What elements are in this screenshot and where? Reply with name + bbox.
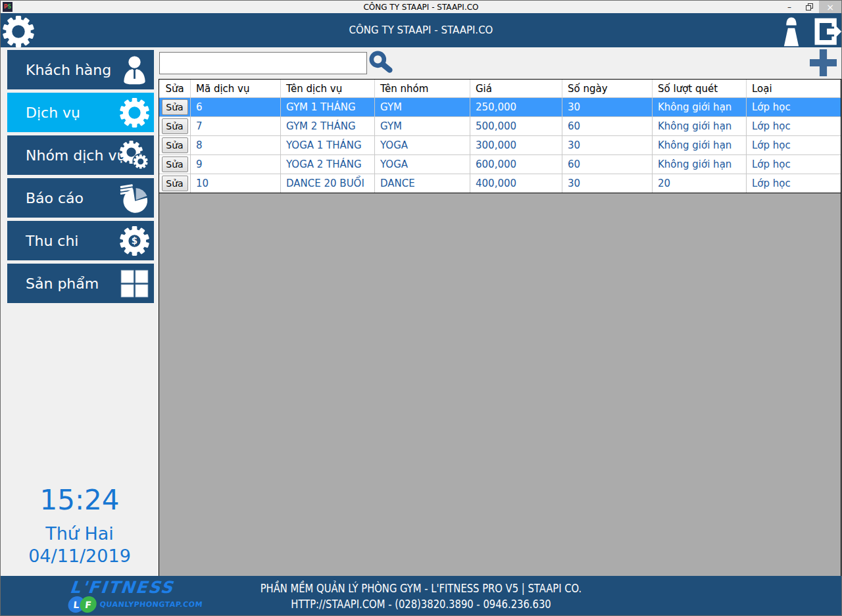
sidebar-item-nhom-dich-vu[interactable]: Nhóm dịch vụ <box>7 135 154 175</box>
restore-button[interactable] <box>799 1 819 13</box>
cell-nhom: GYM <box>375 117 470 135</box>
cell-loai: Lớp học <box>747 98 841 116</box>
sidebar-item-san-pham[interactable]: Sản phẩm <box>7 264 154 303</box>
table-row[interactable]: Sửa6GYM 1 THÁNGGYM250,00030Không giới hạ… <box>159 97 841 116</box>
edit-button[interactable]: Sửa <box>162 156 188 172</box>
cell-ma: 8 <box>191 136 281 154</box>
sidebar-item-label: Khách hàng <box>26 62 111 78</box>
sidebar-item-bao-cao[interactable]: Báo cáo <box>7 178 154 218</box>
edit-cell: Sửa <box>159 136 191 154</box>
col-header-gia[interactable]: Giá <box>470 80 562 97</box>
cell-gia: 400,000 <box>470 174 562 193</box>
svg-text:$: $ <box>132 236 137 246</box>
col-header-soluot[interactable]: Số lượt quét <box>653 80 747 97</box>
edit-cell: Sửa <box>159 117 191 135</box>
app-window: PS CÔNG TY STAAPI - STAAPI.CO – × CÔNG T… <box>0 0 842 616</box>
clock-time: 15:24 <box>1 485 159 515</box>
table-header-row: Sửa Mã dịch vụ Tên dịch vụ Tên nhóm Giá … <box>159 80 841 97</box>
cell-ten: YOGA 2 THÁNG <box>281 155 375 174</box>
sidebar-item-label: Sản phẩm <box>26 275 99 292</box>
toolbar <box>159 47 841 79</box>
cell-nhom: YOGA <box>375 155 470 174</box>
edit-button[interactable]: Sửa <box>162 99 188 115</box>
sidebar-item-dich-vu[interactable]: Dịch vụ <box>7 93 154 132</box>
edit-cell: Sửa <box>159 98 191 116</box>
close-button[interactable]: × <box>819 1 841 13</box>
cell-ten: GYM 1 THÁNG <box>281 98 375 116</box>
sidebar-item-label: Báo cáo <box>26 190 84 206</box>
title-bar: PS CÔNG TY STAAPI - STAAPI.CO – × <box>1 1 841 13</box>
footer: L'FITNESS L F QUANLYPHONGTAP.COM PHẦN MỀ… <box>1 576 841 615</box>
cell-ten: YOGA 1 THÁNG <box>281 136 375 154</box>
cell-soluot: 20 <box>653 174 747 193</box>
restore-icon <box>806 3 813 11</box>
table-row[interactable]: Sửa10DANCE 20 BUỔIDANCE400,0003020Lớp họ… <box>159 174 841 193</box>
cell-loai: Lớp học <box>747 117 841 135</box>
double-gear-icon <box>120 141 149 170</box>
search-icon[interactable] <box>369 51 394 76</box>
sidebar-item-khach-hang[interactable]: Khách hàng <box>7 50 154 89</box>
cell-gia: 300,000 <box>470 136 562 154</box>
edit-cell: Sửa <box>159 174 191 193</box>
table-row[interactable]: Sửa7GYM 2 THÁNGGYM500,00060Không giới hạ… <box>159 116 841 135</box>
cell-loai: Lớp học <box>747 174 841 193</box>
col-header-nhom[interactable]: Tên nhóm <box>375 80 470 97</box>
cell-nhom: GYM <box>375 98 470 116</box>
grid-icon <box>120 269 149 298</box>
table-panel: Sửa Mã dịch vụ Tên dịch vụ Tên nhóm Giá … <box>159 79 841 576</box>
gear-icon <box>120 98 149 128</box>
table-row[interactable]: Sửa9YOGA 2 THÁNGYOGA600,00060Không giới … <box>159 154 841 174</box>
cell-soluot: Không giới hạn <box>653 117 747 135</box>
cell-nhom: DANCE <box>375 174 470 193</box>
search-input[interactable] <box>159 52 367 74</box>
col-header-loai[interactable]: Loại <box>747 80 841 97</box>
footer-line1: PHẦN MỀM QUẢN LÝ PHÒNG GYM - L'FITNESS P… <box>76 580 766 596</box>
cell-songay: 30 <box>562 98 653 116</box>
app-header: CÔNG TY STAAPI - STAAPI.CO <box>1 13 841 47</box>
cell-soluot: Không giới hạn <box>653 98 747 116</box>
cell-songay: 30 <box>562 136 653 154</box>
col-header-ma[interactable]: Mã dịch vụ <box>191 80 281 97</box>
edit-cell: Sửa <box>159 155 191 174</box>
content-filler <box>159 193 841 576</box>
table-body: Sửa6GYM 1 THÁNGGYM250,00030Không giới hạ… <box>159 97 841 193</box>
col-header-ten[interactable]: Tên dịch vụ <box>281 80 375 97</box>
services-table: Sửa Mã dịch vụ Tên dịch vụ Tên nhóm Giá … <box>159 80 841 193</box>
sidebar-item-label: Dịch vụ <box>26 105 80 121</box>
edit-button[interactable]: Sửa <box>162 137 188 153</box>
edit-button[interactable]: Sửa <box>162 176 188 191</box>
cell-loai: Lớp học <box>747 136 841 154</box>
pie-chart-icon <box>120 183 149 213</box>
footer-line2: HTTP://STAAPI.COM - (028)3820.3890 - 094… <box>76 596 766 612</box>
cell-ten: DANCE 20 BUỔI <box>281 174 375 193</box>
cell-ten: GYM 2 THÁNG <box>281 117 375 135</box>
col-header-sua[interactable]: Sửa <box>159 80 191 97</box>
clock-date: 04/11/2019 <box>1 546 159 566</box>
cell-gia: 500,000 <box>470 117 562 135</box>
add-button[interactable] <box>810 49 837 76</box>
money-gear-icon: $ <box>120 226 149 256</box>
app-icon: PS <box>3 2 12 12</box>
cell-soluot: Không giới hạn <box>653 136 747 154</box>
table-row[interactable]: Sửa8YOGA 1 THÁNGYOGA300,00030Không giới … <box>159 135 841 154</box>
cell-nhom: YOGA <box>375 136 470 154</box>
settings-gear-icon[interactable] <box>3 16 34 47</box>
cell-loai: Lớp học <box>747 155 841 174</box>
cell-ma: 6 <box>191 98 281 116</box>
minimize-button[interactable]: – <box>780 1 799 13</box>
cell-songay: 30 <box>562 174 653 193</box>
cell-gia: 250,000 <box>470 98 562 116</box>
clock-weekday: Thứ Hai <box>1 523 159 544</box>
cell-ma: 7 <box>191 117 281 135</box>
sidebar: Khách hàng Dịch vụ Nhóm dịch vụ <box>1 47 159 576</box>
col-header-songay[interactable]: Số ngày <box>562 80 653 97</box>
content-area: Sửa Mã dịch vụ Tên dịch vụ Tên nhóm Giá … <box>159 47 841 576</box>
sidebar-item-thu-chi[interactable]: Thu chi $ <box>7 221 154 260</box>
logout-icon[interactable] <box>811 16 842 47</box>
window-title: CÔNG TY STAAPI - STAAPI.CO <box>1 3 841 12</box>
cell-gia: 600,000 <box>470 155 562 174</box>
cell-soluot: Không giới hạn <box>653 155 747 174</box>
edit-button[interactable]: Sửa <box>162 118 188 134</box>
clock-panel: 15:24 Thứ Hai 04/11/2019 <box>1 485 159 566</box>
user-account-icon[interactable] <box>780 16 803 47</box>
